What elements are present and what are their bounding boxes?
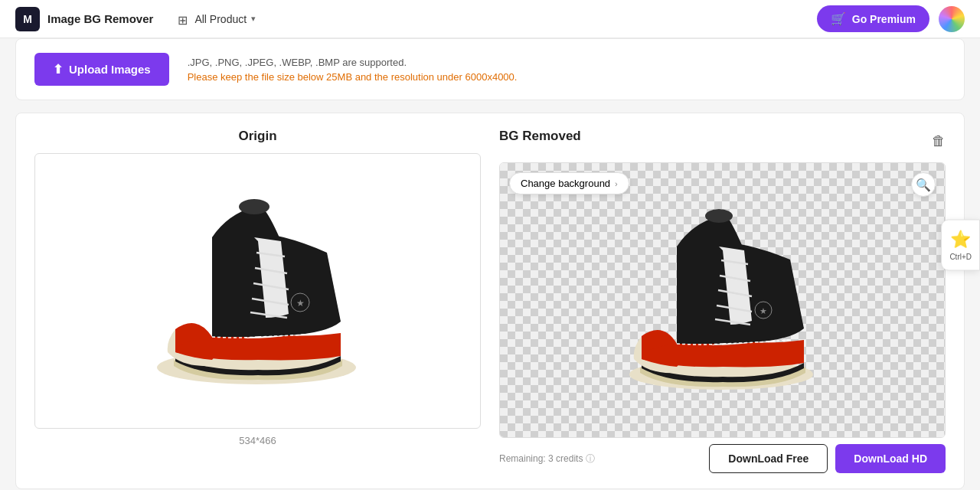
result-columns: Origin xyxy=(34,129,946,473)
bg-removed-panel: BG Removed 🗑 Change background › 🔍 xyxy=(499,129,946,473)
origin-shoe-svg: ★ xyxy=(136,191,381,390)
cart-icon: 🛒 xyxy=(831,11,846,26)
svg-point-6 xyxy=(239,199,270,214)
change-background-button[interactable]: Change background › xyxy=(509,172,629,194)
bg-removed-title: BG Removed xyxy=(499,129,581,144)
zoom-icon: 🔍 xyxy=(916,178,931,192)
download-free-button[interactable]: DownLoad Free xyxy=(709,444,828,473)
bookmark-label: Ctrl+D xyxy=(949,253,972,261)
chevron-down-icon: ▾ xyxy=(251,14,256,24)
chevron-right-icon: › xyxy=(615,179,618,188)
upload-icon: ⬆ xyxy=(53,62,63,77)
bg-removed-header: BG Removed 🗑 xyxy=(499,129,946,153)
zoom-button[interactable]: 🔍 xyxy=(911,172,936,197)
app-name: Image BG Remover xyxy=(47,12,153,25)
origin-title: Origin xyxy=(34,129,481,144)
svg-text:★: ★ xyxy=(760,306,767,315)
origin-shoe-image: ★ xyxy=(35,154,480,428)
result-section: Origin xyxy=(15,113,965,489)
info-icon[interactable]: ⓘ xyxy=(586,452,595,466)
origin-image-frame: ★ xyxy=(34,153,481,429)
remaining-credits: Remaining: 3 credits ⓘ xyxy=(499,452,595,466)
upload-button[interactable]: ⬆ Upload Images xyxy=(34,53,169,86)
app-logo[interactable]: M xyxy=(15,7,40,31)
all-product-button[interactable]: All Product ▾ xyxy=(172,10,262,28)
svg-text:★: ★ xyxy=(296,298,304,309)
download-actions: DownLoad Free DownLoad HD xyxy=(709,444,946,473)
navbar: M Image BG Remover All Product ▾ 🛒 Go Pr… xyxy=(0,0,980,38)
go-premium-button[interactable]: 🛒 Go Premium xyxy=(817,5,929,32)
origin-dimensions: 534*466 xyxy=(34,435,481,446)
upload-info: .JPG, .PNG, .JPEG, .WEBP, .BMP are suppo… xyxy=(188,57,518,83)
avatar[interactable] xyxy=(939,6,965,32)
bookmark-star-icon: ⭐ xyxy=(950,230,971,250)
upload-section: ⬆ Upload Images .JPG, .PNG, .JPEG, .WEBP… xyxy=(15,38,965,100)
all-product-label: All Product xyxy=(194,13,247,25)
grid-icon xyxy=(178,13,190,25)
bg-removed-shoe-image: ★ xyxy=(500,163,945,437)
svg-point-15 xyxy=(705,209,733,223)
origin-panel: Origin xyxy=(34,129,481,473)
bg-removed-shoe-svg: ★ xyxy=(608,204,838,396)
bookmark-widget[interactable]: ⭐ Ctrl+D xyxy=(941,220,980,271)
upload-limits-text: Please keep the file size below 25MB and… xyxy=(188,71,518,83)
bg-removed-frame: Change background › 🔍 xyxy=(499,162,946,438)
bg-removed-bottom: Remaining: 3 credits ⓘ DownLoad Free Dow… xyxy=(499,444,946,473)
main-content: ⬆ Upload Images .JPG, .PNG, .JPEG, .WEBP… xyxy=(0,38,980,490)
upload-formats-text: .JPG, .PNG, .JPEG, .WEBP, .BMP are suppo… xyxy=(188,57,518,68)
delete-button[interactable]: 🗑 xyxy=(932,133,946,149)
download-hd-button[interactable]: DownLoad HD xyxy=(835,444,946,473)
